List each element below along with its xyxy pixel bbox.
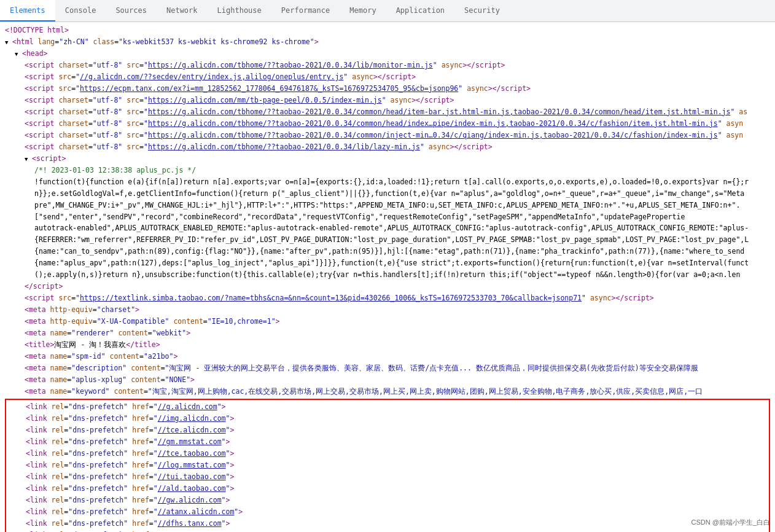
link-ecpm-tanx: <link rel="dns-prefetch" href="//ecpm.ta… (6, 530, 769, 532)
tab-console[interactable]: Console (55, 0, 106, 22)
script-lazy: <script charset="utf-8" src="https://g.a… (5, 141, 770, 153)
link-g-alicdn: <link rel="dns-prefetch" href="//g.alicd… (6, 401, 769, 413)
meta-keyword: <meta name="keyword" content="淘宝,淘宝网,网上购… (5, 386, 770, 397)
script-inline-triangle[interactable] (25, 153, 32, 165)
watermark: CSDN @前端小学生_白白 (691, 518, 770, 527)
script-mm-tb: <script charset="utf-8" src="https://g.a… (5, 95, 770, 106)
js-aplus-apv: {name:"aplus_apv",path:n(127),deps:["apl… (5, 257, 770, 269)
script-inject: <script charset="utf-8" src="https://g.a… (5, 130, 770, 141)
script-secdev: <script src="//g.alicdn.com/??secdev/ent… (5, 71, 770, 83)
script-monitor: <script charset="utf-8" src="https://g.a… (5, 60, 770, 71)
script-ecpm: <script src="https://ecpm.tanx.com/ex?i=… (5, 83, 770, 95)
tab-elements[interactable]: Elements (0, 0, 55, 22)
script-textlink: <script src="https://textlink.simba.taob… (5, 292, 770, 304)
link-ald-taobao: <link rel="dns-prefetch" href="//ald.tao… (6, 483, 769, 495)
meta-aplus-xplug: <meta name="aplus-xplug" content="NONE"> (5, 374, 770, 386)
link-gw-alicdn: <link rel="dns-prefetch" href="//gw.alic… (6, 495, 769, 506)
tab-application[interactable]: Application (386, 0, 454, 22)
html-triangle[interactable] (5, 36, 12, 48)
highlighted-links-box: <link rel="dns-prefetch" href="//g.alicd… (5, 399, 770, 532)
elements-panel: <!DOCTYPE html> <html lang="zh-CN" class… (0, 22, 775, 532)
html-line-head: <head> (5, 48, 770, 60)
meta-ua-compat: <meta http-equiv="X-UA-Compatible" conte… (5, 316, 770, 327)
link-img-alicdn: <link rel="dns-prefetch" href="//img.ali… (6, 413, 769, 424)
link-tce-taobao: <link rel="dns-prefetch" href="//tce.tao… (6, 448, 769, 460)
link-tui-taobao: <link rel="dns-prefetch" href="//tui.tao… (6, 471, 769, 483)
comment-aplus: /*! 2023-01-03 12:38:38 aplus_pc.js */ (5, 165, 770, 176)
js-can-to-sendpv: {name:"can_to_sendpv",path:n(89),config:… (5, 246, 770, 257)
html-line-html: <html lang="zh-CN" class="ks-webkit537 k… (5, 36, 770, 48)
tab-memory[interactable]: Memory (340, 0, 386, 22)
js-setgoldlog: n}};e.setGoldlogVal=f,e.getClientInfo=fu… (5, 188, 770, 200)
devtools-tab-bar: Elements Console Sources Network Lightho… (0, 0, 775, 22)
js-autotrack: autotrack-enabled",APLUS_AUTOTRACK_ENABL… (5, 222, 770, 234)
script-pipe: <script charset="utf-8" src="https://g.a… (5, 118, 770, 130)
title-tag: <title>淘宝网 - 淘！我喜欢</title> (5, 339, 770, 351)
tab-network[interactable]: Network (157, 0, 208, 22)
script-item-bar: <script charset="utf-8" src="https://g.a… (5, 106, 770, 118)
meta-description: <meta name="description" content="淘宝网 - … (5, 362, 770, 374)
link-gm-mmstat: <link rel="dns-prefetch" href="//gm.mmst… (6, 436, 769, 448)
link-dfhs-tanx: <link rel="dns-prefetch" href="//dfhs.ta… (6, 518, 769, 530)
js-send: ["send","enter","sendPV","record","combi… (5, 211, 770, 223)
head-triangle[interactable] (15, 48, 22, 60)
link-tce-alicdn: <link rel="dns-prefetch" href="//tce.ali… (6, 424, 769, 436)
html-line-doctype: <!DOCTYPE html> (5, 25, 770, 36)
link-log-mmstat: <link rel="dns-prefetch" href="//log.mms… (6, 460, 769, 471)
js-pre: pre",MW_CHANGE_PV:i+"_pv",MW_CHANGE_HJL:… (5, 200, 770, 211)
js-function: !function(t){function e(a){if(n[a])retur… (5, 176, 770, 188)
meta-charset: <meta http-equiv="charset"> (5, 304, 770, 316)
tab-sources[interactable]: Sources (106, 0, 157, 22)
script-inline-open: <script> (5, 153, 770, 165)
tab-performance[interactable]: Performance (271, 0, 340, 22)
link-atanx: <link rel="dns-prefetch" href="//atanx.a… (6, 506, 769, 518)
tab-security[interactable]: Security (454, 0, 510, 22)
js-apply: ();e.apply(n,s)}return n},unsubscribe:fu… (5, 269, 770, 281)
meta-renderer: <meta name="renderer" content="webkit"> (5, 327, 770, 339)
tab-lighthouse[interactable]: Lighthouse (208, 0, 271, 22)
script-inline-close: </script> (5, 281, 770, 292)
meta-spm: <meta name="spm-id" content="a21bo"> (5, 351, 770, 362)
js-referrer: {REFERRER:"wm_referrer",REFERRER_PV_ID:"… (5, 234, 770, 246)
